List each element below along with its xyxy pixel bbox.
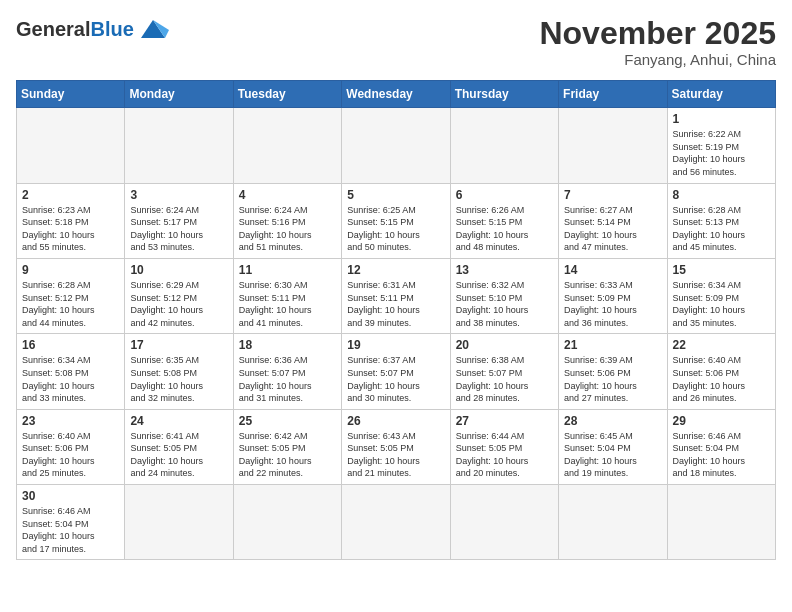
empty-cell [233, 108, 341, 183]
weekday-header-row: Sunday Monday Tuesday Wednesday Thursday… [17, 81, 776, 108]
day-number-17: 17 [130, 338, 227, 352]
header-tuesday: Tuesday [233, 81, 341, 108]
day-12: 12 Sunrise: 6:31 AM Sunset: 5:11 PM Dayl… [342, 258, 450, 333]
day-9: 9 Sunrise: 6:28 AM Sunset: 5:12 PM Dayli… [17, 258, 125, 333]
day-number-16: 16 [22, 338, 119, 352]
day-number-23: 23 [22, 414, 119, 428]
day-info-22: Sunrise: 6:40 AM Sunset: 5:06 PM Dayligh… [673, 355, 746, 403]
day-number-18: 18 [239, 338, 336, 352]
week-row-3: 9 Sunrise: 6:28 AM Sunset: 5:12 PM Dayli… [17, 258, 776, 333]
day-14: 14 Sunrise: 6:33 AM Sunset: 5:09 PM Dayl… [559, 258, 667, 333]
header-saturday: Saturday [667, 81, 775, 108]
day-20: 20 Sunrise: 6:38 AM Sunset: 5:07 PM Dayl… [450, 334, 558, 409]
empty-cell [17, 108, 125, 183]
day-13: 13 Sunrise: 6:32 AM Sunset: 5:10 PM Dayl… [450, 258, 558, 333]
day-number-22: 22 [673, 338, 770, 352]
day-24: 24 Sunrise: 6:41 AM Sunset: 5:05 PM Dayl… [125, 409, 233, 484]
page-header: GeneralBlue November 2025 Fanyang, Anhui… [16, 16, 776, 68]
day-number-3: 3 [130, 188, 227, 202]
day-info-25: Sunrise: 6:42 AM Sunset: 5:05 PM Dayligh… [239, 431, 312, 479]
day-info-3: Sunrise: 6:24 AM Sunset: 5:17 PM Dayligh… [130, 205, 203, 253]
day-info-1: Sunrise: 6:22 AM Sunset: 5:19 PM Dayligh… [673, 129, 746, 177]
location-subtitle: Fanyang, Anhui, China [539, 51, 776, 68]
day-8: 8 Sunrise: 6:28 AM Sunset: 5:13 PM Dayli… [667, 183, 775, 258]
day-info-26: Sunrise: 6:43 AM Sunset: 5:05 PM Dayligh… [347, 431, 420, 479]
day-info-21: Sunrise: 6:39 AM Sunset: 5:06 PM Dayligh… [564, 355, 637, 403]
day-22: 22 Sunrise: 6:40 AM Sunset: 5:06 PM Dayl… [667, 334, 775, 409]
day-number-6: 6 [456, 188, 553, 202]
day-info-23: Sunrise: 6:40 AM Sunset: 5:06 PM Dayligh… [22, 431, 95, 479]
day-26: 26 Sunrise: 6:43 AM Sunset: 5:05 PM Dayl… [342, 409, 450, 484]
day-info-28: Sunrise: 6:45 AM Sunset: 5:04 PM Dayligh… [564, 431, 637, 479]
day-number-30: 30 [22, 489, 119, 503]
header-wednesday: Wednesday [342, 81, 450, 108]
day-number-27: 27 [456, 414, 553, 428]
day-info-24: Sunrise: 6:41 AM Sunset: 5:05 PM Dayligh… [130, 431, 203, 479]
day-17: 17 Sunrise: 6:35 AM Sunset: 5:08 PM Dayl… [125, 334, 233, 409]
empty-cell [559, 108, 667, 183]
day-4: 4 Sunrise: 6:24 AM Sunset: 5:16 PM Dayli… [233, 183, 341, 258]
day-5: 5 Sunrise: 6:25 AM Sunset: 5:15 PM Dayli… [342, 183, 450, 258]
day-21: 21 Sunrise: 6:39 AM Sunset: 5:06 PM Dayl… [559, 334, 667, 409]
day-info-12: Sunrise: 6:31 AM Sunset: 5:11 PM Dayligh… [347, 280, 420, 328]
day-info-18: Sunrise: 6:36 AM Sunset: 5:07 PM Dayligh… [239, 355, 312, 403]
day-18: 18 Sunrise: 6:36 AM Sunset: 5:07 PM Dayl… [233, 334, 341, 409]
empty-cell [342, 485, 450, 560]
header-thursday: Thursday [450, 81, 558, 108]
header-monday: Monday [125, 81, 233, 108]
day-number-12: 12 [347, 263, 444, 277]
day-number-9: 9 [22, 263, 119, 277]
day-info-5: Sunrise: 6:25 AM Sunset: 5:15 PM Dayligh… [347, 205, 420, 253]
day-info-6: Sunrise: 6:26 AM Sunset: 5:15 PM Dayligh… [456, 205, 529, 253]
logo-icon [137, 16, 169, 42]
day-19: 19 Sunrise: 6:37 AM Sunset: 5:07 PM Dayl… [342, 334, 450, 409]
day-info-20: Sunrise: 6:38 AM Sunset: 5:07 PM Dayligh… [456, 355, 529, 403]
day-number-11: 11 [239, 263, 336, 277]
day-info-16: Sunrise: 6:34 AM Sunset: 5:08 PM Dayligh… [22, 355, 95, 403]
day-number-2: 2 [22, 188, 119, 202]
week-row-5: 23 Sunrise: 6:40 AM Sunset: 5:06 PM Dayl… [17, 409, 776, 484]
day-number-7: 7 [564, 188, 661, 202]
empty-cell [667, 485, 775, 560]
day-number-19: 19 [347, 338, 444, 352]
logo: GeneralBlue [16, 16, 169, 42]
empty-cell [125, 485, 233, 560]
empty-cell [125, 108, 233, 183]
day-info-13: Sunrise: 6:32 AM Sunset: 5:10 PM Dayligh… [456, 280, 529, 328]
empty-cell [450, 108, 558, 183]
empty-cell [450, 485, 558, 560]
day-28: 28 Sunrise: 6:45 AM Sunset: 5:04 PM Dayl… [559, 409, 667, 484]
month-title: November 2025 [539, 16, 776, 51]
day-info-11: Sunrise: 6:30 AM Sunset: 5:11 PM Dayligh… [239, 280, 312, 328]
day-number-25: 25 [239, 414, 336, 428]
day-11: 11 Sunrise: 6:30 AM Sunset: 5:11 PM Dayl… [233, 258, 341, 333]
day-info-8: Sunrise: 6:28 AM Sunset: 5:13 PM Dayligh… [673, 205, 746, 253]
day-info-2: Sunrise: 6:23 AM Sunset: 5:18 PM Dayligh… [22, 205, 95, 253]
day-16: 16 Sunrise: 6:34 AM Sunset: 5:08 PM Dayl… [17, 334, 125, 409]
day-number-28: 28 [564, 414, 661, 428]
day-6: 6 Sunrise: 6:26 AM Sunset: 5:15 PM Dayli… [450, 183, 558, 258]
day-number-29: 29 [673, 414, 770, 428]
day-number-10: 10 [130, 263, 227, 277]
day-info-14: Sunrise: 6:33 AM Sunset: 5:09 PM Dayligh… [564, 280, 637, 328]
day-info-4: Sunrise: 6:24 AM Sunset: 5:16 PM Dayligh… [239, 205, 312, 253]
day-info-30: Sunrise: 6:46 AM Sunset: 5:04 PM Dayligh… [22, 506, 95, 554]
empty-cell [233, 485, 341, 560]
calendar-table: Sunday Monday Tuesday Wednesday Thursday… [16, 80, 776, 560]
day-29: 29 Sunrise: 6:46 AM Sunset: 5:04 PM Dayl… [667, 409, 775, 484]
day-number-1: 1 [673, 112, 770, 126]
day-30: 30 Sunrise: 6:46 AM Sunset: 5:04 PM Dayl… [17, 485, 125, 560]
day-info-17: Sunrise: 6:35 AM Sunset: 5:08 PM Dayligh… [130, 355, 203, 403]
day-number-8: 8 [673, 188, 770, 202]
header-friday: Friday [559, 81, 667, 108]
day-number-4: 4 [239, 188, 336, 202]
week-row-4: 16 Sunrise: 6:34 AM Sunset: 5:08 PM Dayl… [17, 334, 776, 409]
day-info-15: Sunrise: 6:34 AM Sunset: 5:09 PM Dayligh… [673, 280, 746, 328]
logo-blue-text: Blue [90, 18, 133, 41]
day-info-9: Sunrise: 6:28 AM Sunset: 5:12 PM Dayligh… [22, 280, 95, 328]
day-info-27: Sunrise: 6:44 AM Sunset: 5:05 PM Dayligh… [456, 431, 529, 479]
week-row-2: 2 Sunrise: 6:23 AM Sunset: 5:18 PM Dayli… [17, 183, 776, 258]
day-10: 10 Sunrise: 6:29 AM Sunset: 5:12 PM Dayl… [125, 258, 233, 333]
day-number-21: 21 [564, 338, 661, 352]
day-info-7: Sunrise: 6:27 AM Sunset: 5:14 PM Dayligh… [564, 205, 637, 253]
